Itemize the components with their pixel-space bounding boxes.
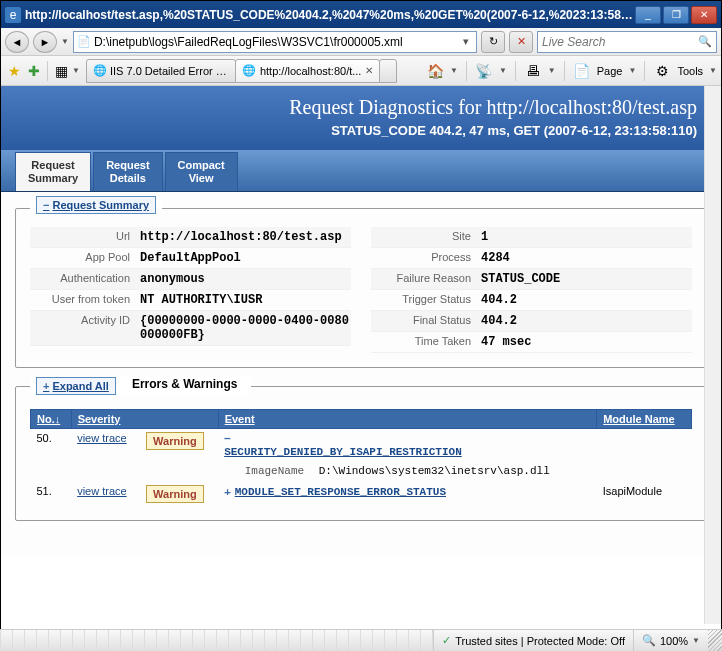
- ie-icon: 🌐: [242, 64, 256, 77]
- quick-tabs-icon[interactable]: ▦: [52, 62, 70, 80]
- zoom-dropdown[interactable]: ▼: [692, 636, 700, 645]
- event-detail: ImageName D:\Windows\system32\inetsrv\as…: [224, 464, 591, 479]
- label-url: Url: [30, 230, 140, 242]
- stop-button[interactable]: ✕: [509, 31, 533, 53]
- resize-grip[interactable]: [708, 630, 722, 651]
- label-apppool: App Pool: [30, 251, 140, 263]
- value-activityid: {00000000-0000-0000-0400-0080000000FB}: [140, 314, 351, 342]
- window-title: http://localhost/test.asp,%20STATUS_CODE…: [25, 8, 635, 22]
- value-trigstatus: 404.2: [481, 293, 692, 307]
- view-trace-link[interactable]: view trace: [77, 432, 127, 444]
- col-severity[interactable]: Severity: [71, 410, 218, 429]
- detail-value: D:\Windows\system32\inetsrv\asp.dll: [319, 465, 550, 477]
- ie-icon: e: [5, 7, 21, 23]
- event-link[interactable]: MODULE_SET_RESPONSE_ERROR_STATUS: [235, 486, 446, 498]
- col-no[interactable]: No.↓: [31, 410, 72, 429]
- toolbar: ★ ✚ ▦ ▼ 🌐 IIS 7.0 Detailed Error - 4... …: [1, 56, 721, 86]
- col-module[interactable]: Module Name: [597, 410, 692, 429]
- value-url: http://localhost:80/test.asp: [140, 230, 351, 244]
- print-icon[interactable]: 🖶: [524, 62, 542, 80]
- page-body: −Request Summary Urlhttp://localhost:80/…: [1, 192, 721, 555]
- value-failreason: STATUS_CODE: [481, 272, 692, 286]
- value-auth: anonymous: [140, 272, 351, 286]
- label-activityid: Activity ID: [30, 314, 140, 326]
- detail-label: ImageName: [224, 464, 304, 479]
- ie-icon: 🌐: [93, 64, 106, 77]
- forward-button[interactable]: ►: [33, 31, 57, 53]
- label-usertoken: User from token: [30, 293, 140, 305]
- content-area: Request Diagnostics for http://localhost…: [1, 86, 721, 624]
- tab-request-details[interactable]: RequestDetails: [93, 152, 162, 191]
- label-site: Site: [371, 230, 481, 242]
- separator: [47, 61, 48, 81]
- favorites-star-icon[interactable]: ★: [5, 62, 23, 80]
- status-spacer: [0, 630, 433, 651]
- value-process: 4284: [481, 251, 692, 265]
- feeds-icon[interactable]: 📡: [475, 62, 493, 80]
- label-auth: Authentication: [30, 272, 140, 284]
- zoom-icon: 🔍: [642, 634, 656, 647]
- errors-warnings-fieldset: +Expand All Errors & Warnings No.↓ Sever…: [15, 386, 707, 521]
- check-icon: ✓: [442, 634, 451, 647]
- collapse-icon[interactable]: −: [224, 432, 231, 445]
- tab-request-summary[interactable]: RequestSummary: [15, 152, 91, 191]
- search-input[interactable]: [542, 35, 698, 49]
- diag-tabbar: RequestSummary RequestDetails CompactVie…: [1, 150, 721, 192]
- refresh-button[interactable]: ↻: [481, 31, 505, 53]
- diagnostics-header: Request Diagnostics for http://localhost…: [1, 86, 721, 150]
- new-tab-button[interactable]: [379, 59, 396, 83]
- vertical-scrollbar[interactable]: [704, 86, 721, 624]
- back-button[interactable]: ◄: [5, 31, 29, 53]
- table-row: 50. view trace Warning − SECURITY_DENIED…: [31, 429, 692, 483]
- zoom-control[interactable]: 🔍 100% ▼: [633, 630, 708, 651]
- tab-close-icon[interactable]: ✕: [365, 65, 373, 76]
- browser-tab-1[interactable]: 🌐 http://localhost:80/t... ✕: [235, 59, 381, 83]
- expand-icon[interactable]: +: [224, 485, 231, 498]
- xml-file-icon: 📄: [76, 34, 92, 50]
- cell-no: 51.: [31, 482, 72, 506]
- value-finalstatus: 404.2: [481, 314, 692, 328]
- nav-bar: ◄ ► ▼ 📄 ▾ ↻ ✕ 🔍: [1, 28, 721, 56]
- view-trace-link[interactable]: view trace: [77, 485, 127, 497]
- address-input[interactable]: [94, 35, 458, 49]
- address-dropdown[interactable]: ▾: [458, 35, 474, 48]
- label-failreason: Failure Reason: [371, 272, 481, 284]
- value-apppool: DefaultAppPool: [140, 251, 351, 265]
- home-icon[interactable]: 🏠: [426, 62, 444, 80]
- tab-compact-view[interactable]: CompactView: [165, 152, 238, 191]
- value-usertoken: NT AUTHORITY\IUSR: [140, 293, 351, 307]
- label-finalstatus: Final Status: [371, 314, 481, 326]
- maximize-button[interactable]: ❐: [663, 6, 689, 24]
- page-menu-icon[interactable]: 📄: [573, 62, 591, 80]
- add-favorite-icon[interactable]: ✚: [25, 62, 43, 80]
- history-dropdown[interactable]: ▼: [61, 37, 69, 46]
- col-event[interactable]: Event: [218, 410, 597, 429]
- severity-badge: Warning: [146, 485, 204, 503]
- tools-menu-icon[interactable]: ⚙: [653, 62, 671, 80]
- address-bar[interactable]: 📄 ▾: [73, 31, 477, 53]
- tools-menu[interactable]: Tools: [677, 65, 703, 77]
- expand-all-button[interactable]: +Expand All: [36, 377, 116, 395]
- tab-label: http://localhost:80/t...: [260, 65, 362, 77]
- value-site: 1: [481, 230, 692, 244]
- window-titlebar: e http://localhost/test.asp,%20STATUS_CO…: [1, 1, 721, 28]
- close-button[interactable]: ✕: [691, 6, 717, 24]
- label-trigstatus: Trigger Status: [371, 293, 481, 305]
- quick-tabs-dropdown[interactable]: ▼: [72, 66, 80, 75]
- search-box[interactable]: 🔍: [537, 31, 717, 53]
- value-timetaken: 47 msec: [481, 335, 692, 349]
- status-trusted: ✓ Trusted sites | Protected Mode: Off: [433, 630, 633, 651]
- errors-warnings-legend: Errors & Warnings: [124, 377, 246, 395]
- page-menu[interactable]: Page: [597, 65, 623, 77]
- browser-tab-0[interactable]: 🌐 IIS 7.0 Detailed Error - 4...: [86, 59, 236, 83]
- minimize-button[interactable]: _: [635, 6, 661, 24]
- collapse-summary-button[interactable]: −Request Summary: [36, 196, 156, 214]
- event-link[interactable]: SECURITY_DENIED_BY_ISAPI_RESTRICTION: [224, 446, 462, 458]
- search-icon[interactable]: 🔍: [698, 35, 712, 48]
- label-process: Process: [371, 251, 481, 263]
- page-title: Request Diagnostics for http://localhost…: [25, 96, 697, 119]
- cell-no: 50.: [31, 429, 72, 483]
- table-row: 51. view trace Warning +MODULE_SET_RESPO…: [31, 482, 692, 506]
- request-url-link[interactable]: http://localhost:80/test.asp: [486, 96, 697, 118]
- tab-label: IIS 7.0 Detailed Error - 4...: [110, 65, 229, 77]
